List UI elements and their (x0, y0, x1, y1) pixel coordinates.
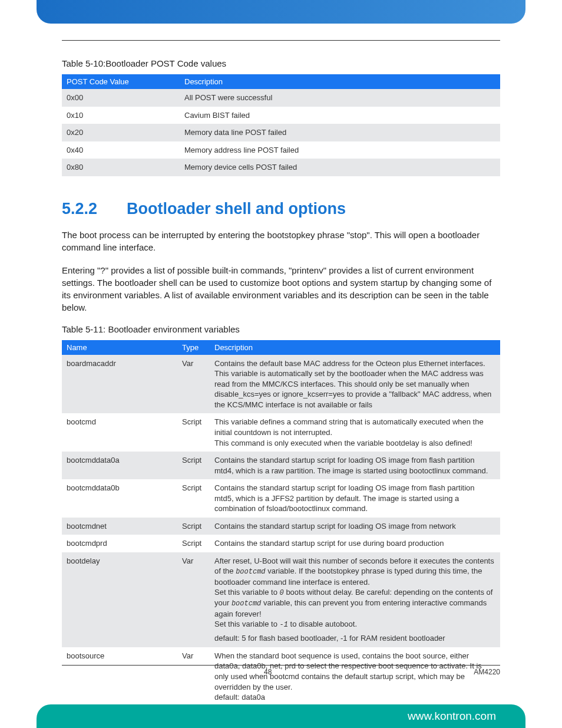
env-type: Var (177, 355, 210, 414)
env-type: Var (177, 552, 210, 647)
header-banner (37, 0, 525, 24)
paragraph-2: Entering "?" provides a list of possible… (62, 264, 500, 314)
paragraph-1: The boot process can be interrupted by e… (62, 229, 500, 253)
table-cell: Memory address line POST failed (180, 141, 500, 159)
env-type: Script (177, 518, 210, 535)
heading-number: 5.2.2 (62, 200, 127, 218)
env-desc: Contains the standard startup script for… (210, 535, 500, 552)
table-cell: 0x40 (62, 141, 180, 159)
env-type: Script (177, 413, 210, 452)
env-desc: Contains the standard startup script for… (210, 518, 500, 535)
post-code-table: POST Code Value Description 0x00All POST… (62, 74, 500, 176)
t1-header-desc: Description (180, 74, 500, 89)
table-cell: 0x00 (62, 89, 180, 107)
table-row: 0x00All POST were successful (62, 89, 500, 107)
env-desc: This variable defines a command string t… (210, 413, 500, 452)
table-row: boardmacaddrVarContains the default base… (62, 355, 500, 414)
table-cell: 0x20 (62, 124, 180, 141)
table-row: bootsourceVarWhen the standard boot sequ… (62, 647, 500, 706)
table-row: bootdelayVarAfter reset, U-Boot will wai… (62, 552, 500, 647)
table-row: bootcmdprdScriptContains the standard st… (62, 535, 500, 552)
table-row: 0x10Cavium BIST failed (62, 107, 500, 124)
env-desc: Contains the standard startup script for… (210, 452, 500, 479)
table-cell: Cavium BIST failed (180, 107, 500, 124)
env-name: bootcmddata0a (62, 452, 177, 479)
table-cell: 0x10 (62, 107, 180, 124)
table-row: 0x80Memory device cells POST failed (62, 159, 500, 176)
top-rule (62, 40, 500, 41)
env-name: bootdelay (62, 552, 177, 647)
table-row: bootcmddata0bScriptContains the standard… (62, 479, 500, 518)
env-name: bootcmdprd (62, 535, 177, 552)
t2-header-name: Name (62, 340, 177, 355)
env-type: Script (177, 479, 210, 518)
t2-header-type: Type (177, 340, 210, 355)
env-name: boardmacaddr (62, 355, 177, 414)
t1-header-code: POST Code Value (62, 74, 180, 89)
page-content: Table 5-10:Bootloader POST Code values P… (62, 40, 500, 676)
env-vars-table: Name Type Description boardmacaddrVarCon… (62, 340, 500, 706)
t2-header-desc: Description (210, 340, 500, 355)
section-heading: 5.2.2Bootloader shell and options (62, 200, 500, 218)
env-name: bootsource (62, 647, 177, 706)
table-row: 0x20Memory data line POST failed (62, 124, 500, 141)
table-cell: 0x80 (62, 159, 180, 176)
page-number: 48 (264, 668, 272, 676)
table-cell: All POST were successful (180, 89, 500, 107)
table-cell: Memory data line POST failed (180, 124, 500, 141)
env-name: bootcmd (62, 413, 177, 452)
env-type: Script (177, 452, 210, 479)
table-row: bootcmddata0aScriptContains the standard… (62, 452, 500, 479)
table-2-caption: Table 5-11: Bootloader environment varia… (62, 324, 500, 334)
table-row: bootcmdnetScriptContains the standard st… (62, 518, 500, 535)
env-type: Var (177, 647, 210, 706)
env-name: bootcmdnet (62, 518, 177, 535)
env-desc: Contains the default base MAC address fo… (210, 355, 500, 414)
env-desc: Contains the standard startup script for… (210, 479, 500, 518)
env-type: Script (177, 535, 210, 552)
table-cell: Memory device cells POST failed (180, 159, 500, 176)
env-desc: When the standard boot sequence is used,… (210, 647, 500, 706)
footer-banner: www.kontron.com (37, 704, 525, 728)
table-row: bootcmdScriptThis variable defines a com… (62, 413, 500, 452)
env-name: bootcmddata0b (62, 479, 177, 518)
website-url: www.kontron.com (408, 710, 496, 723)
env-desc: After reset, U-Boot will wait this numbe… (210, 552, 500, 647)
heading-title: Bootloader shell and options (127, 200, 346, 218)
table-1-caption: Table 5-10:Bootloader POST Code values (62, 58, 500, 68)
page-footer: 48 AM4220 (62, 665, 500, 676)
table-row: 0x40Memory address line POST failed (62, 141, 500, 159)
doc-id: AM4220 (474, 668, 500, 676)
